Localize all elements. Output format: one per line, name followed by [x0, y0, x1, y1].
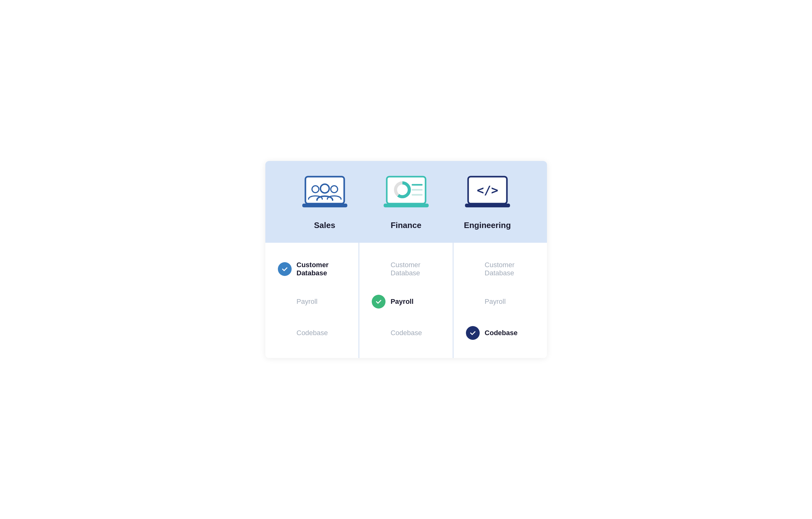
- department-finance: Finance: [381, 173, 431, 230]
- sales-codebase-row: Codebase: [278, 317, 346, 349]
- engineering-codebase-badge: [466, 326, 480, 340]
- sales-label: Sales: [314, 220, 336, 230]
- engineering-label: Engineering: [464, 220, 511, 230]
- engineering-payroll-placeholder: [466, 295, 480, 308]
- sales-payroll-placeholder: [278, 295, 292, 308]
- engineering-column: Customer Database Payroll Codebase: [454, 243, 547, 358]
- engineering-customer-database-label: Customer Database: [485, 261, 534, 277]
- sales-customer-database-row: Customer Database: [278, 252, 346, 286]
- sales-payroll-label: Payroll: [297, 298, 318, 306]
- engineering-codebase-row: Codebase: [466, 317, 534, 349]
- sales-customer-database-badge: [278, 262, 292, 276]
- engineering-codebase-label: Codebase: [485, 329, 518, 337]
- sales-customer-database-label: Customer Database: [297, 261, 346, 277]
- engineering-icon: </>: [462, 173, 513, 214]
- svg-text:</>: </>: [476, 183, 498, 197]
- finance-codebase-row: Codebase: [372, 317, 440, 349]
- finance-label: Finance: [390, 220, 421, 230]
- sales-payroll-row: Payroll: [278, 286, 346, 317]
- engineering-payroll-row: Payroll: [466, 286, 534, 317]
- svg-rect-1: [302, 203, 347, 207]
- svg-rect-6: [384, 203, 429, 207]
- department-sales: Sales: [300, 173, 350, 230]
- finance-column: Customer Database Payroll Codebase: [359, 243, 454, 358]
- main-container: Sales Finance: [265, 161, 547, 358]
- finance-customer-database-label: Customer Database: [390, 261, 440, 277]
- finance-icon: [381, 173, 431, 214]
- sales-codebase-placeholder: [278, 326, 292, 340]
- finance-payroll-row: Payroll: [372, 286, 440, 317]
- engineering-customer-database-placeholder: [466, 262, 480, 276]
- finance-payroll-label: Payroll: [390, 298, 413, 306]
- sales-icon: [300, 173, 350, 214]
- department-header: Sales Finance: [265, 161, 547, 243]
- finance-codebase-label: Codebase: [390, 329, 422, 337]
- finance-customer-database-placeholder: [372, 262, 385, 276]
- department-engineering: </> Engineering: [462, 173, 513, 230]
- sales-column: Customer Database Payroll Codebase: [265, 243, 359, 358]
- engineering-customer-database-row: Customer Database: [466, 252, 534, 286]
- svg-rect-13: [465, 203, 510, 207]
- engineering-payroll-label: Payroll: [485, 298, 506, 306]
- finance-codebase-placeholder: [372, 326, 385, 340]
- data-section: Customer Database Payroll Codebase Custo…: [265, 243, 547, 358]
- sales-codebase-label: Codebase: [297, 329, 328, 337]
- finance-payroll-badge: [372, 295, 385, 308]
- svg-rect-0: [306, 176, 344, 203]
- finance-customer-database-row: Customer Database: [372, 252, 440, 286]
